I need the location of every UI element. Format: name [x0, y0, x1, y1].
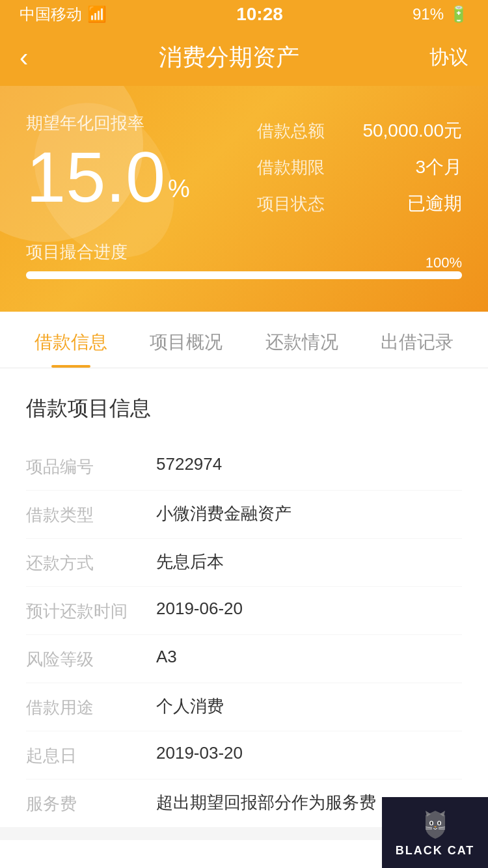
- project-status-row: 项目状态 已逾期: [257, 191, 462, 216]
- field-key: 风险等级: [26, 647, 156, 671]
- rate-label: 期望年化回报率: [26, 112, 231, 135]
- table-row: 起息日 2019-03-20: [26, 731, 462, 780]
- header: ‹ 消费分期资产 协议: [0, 29, 488, 86]
- table-row: 风险等级 A3: [26, 635, 462, 683]
- field-value: 5722974: [156, 454, 462, 474]
- watermark-logo: [419, 807, 452, 840]
- field-key: 起息日: [26, 743, 156, 767]
- field-key: 还款方式: [26, 550, 156, 575]
- field-value: 先息后本: [156, 550, 462, 573]
- progress-bar-bg: 100%: [26, 271, 462, 279]
- wifi-icon: 📶: [87, 5, 107, 23]
- watermark-text: BLACK CAT: [396, 844, 475, 858]
- field-key: 借款类型: [26, 502, 156, 526]
- protocol-button[interactable]: 协议: [429, 44, 468, 71]
- carrier-text: 中国移动: [20, 4, 82, 25]
- hero-right: 借款总额 50,000.00元 借款期限 3个月 项目状态 已逾期: [257, 112, 462, 228]
- progress-bar-fill: [26, 271, 462, 279]
- field-value: A3: [156, 647, 462, 667]
- loan-term-row: 借款期限 3个月: [257, 155, 462, 180]
- hero-left: 期望年化回报率 15.0 %: [26, 112, 231, 228]
- loan-amount-value: 50,000.00元: [362, 118, 462, 143]
- loan-term-label: 借款期限: [257, 156, 325, 179]
- page-title: 消费分期资产: [159, 42, 299, 74]
- battery-icon: 🔋: [449, 5, 468, 23]
- tab-loan-info[interactable]: 借款信息: [13, 312, 129, 368]
- table-row: 借款用途 个人消费: [26, 683, 462, 731]
- watermark: BLACK CAT: [382, 797, 488, 868]
- field-key: 借款用途: [26, 695, 156, 719]
- progress-section: 项目撮合进度 100%: [26, 241, 462, 279]
- status-left: 中国移动 📶: [20, 4, 107, 25]
- main-content: 借款项目信息 项品编号 5722974 借款类型 小微消费金融资产 还款方式 先…: [0, 368, 488, 868]
- project-status-value: 已逾期: [407, 191, 462, 216]
- table-row: 预计还款时间 2019-06-20: [26, 587, 462, 635]
- rate-number: 15.0: [26, 141, 165, 213]
- tab-lending-record[interactable]: 出借记录: [360, 312, 476, 368]
- table-row: 项品编号 5722974: [26, 442, 462, 491]
- field-key: 服务费: [26, 791, 156, 815]
- rate-display: 15.0 %: [26, 141, 231, 213]
- svg-point-5: [438, 822, 440, 825]
- loan-project-table: 项品编号 5722974 借款类型 小微消费金融资产 还款方式 先息后本 预计还…: [0, 442, 488, 827]
- field-key: 预计还款时间: [26, 599, 156, 623]
- tab-bar: 借款信息 项目概况 还款情况 出借记录: [0, 312, 488, 368]
- field-value: 2019-06-20: [156, 599, 462, 619]
- hero-section: 期望年化回报率 15.0 % 借款总额 50,000.00元 借款期限 3个月 …: [0, 86, 488, 312]
- tab-project-overview[interactable]: 项目概况: [129, 312, 245, 368]
- status-time: 10:28: [236, 4, 283, 25]
- field-key: 项品编号: [26, 454, 156, 478]
- loan-term-value: 3个月: [415, 155, 462, 180]
- progress-label: 项目撮合进度: [26, 241, 462, 264]
- loan-amount-label: 借款总额: [257, 120, 325, 142]
- back-button[interactable]: ‹: [20, 43, 28, 72]
- tab-repayment[interactable]: 还款情况: [244, 312, 360, 368]
- progress-percent: 100%: [426, 254, 462, 271]
- project-status-label: 项目状态: [257, 193, 325, 215]
- loan-project-title: 借款项目信息: [0, 368, 488, 442]
- svg-point-4: [430, 822, 432, 825]
- battery-text: 91%: [413, 5, 444, 23]
- cat-icon: [419, 807, 452, 840]
- table-row: 还款方式 先息后本: [26, 539, 462, 587]
- field-value: 2019-03-20: [156, 743, 462, 763]
- field-value: 个人消费: [156, 695, 462, 718]
- rate-unit: %: [168, 176, 190, 201]
- status-bar: 中国移动 📶 10:28 91% 🔋: [0, 0, 488, 29]
- loan-amount-row: 借款总额 50,000.00元: [257, 118, 462, 143]
- status-right: 91% 🔋: [413, 5, 468, 23]
- field-value: 小微消费金融资产: [156, 502, 462, 525]
- table-row: 借款类型 小微消费金融资产: [26, 491, 462, 539]
